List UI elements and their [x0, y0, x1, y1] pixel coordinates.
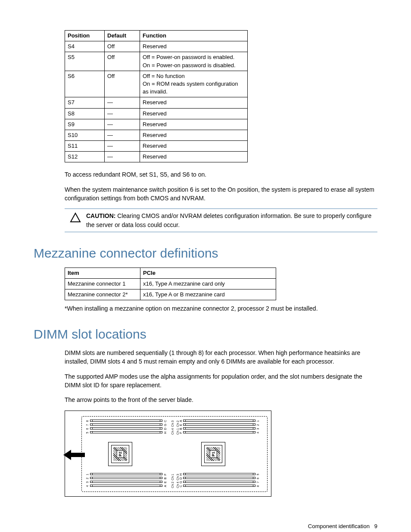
- cell-function: Off = Power-on password is enabled. On =…: [140, 52, 248, 71]
- dimm-slot: [90, 481, 162, 483]
- dimm-slot: [183, 423, 255, 426]
- cell-position: S12: [65, 152, 105, 162]
- caution-body: Clearing CMOS and/or NVRAM deletes confi…: [86, 212, 371, 228]
- dimm-slot: [183, 477, 255, 479]
- cell-default: —: [105, 152, 140, 162]
- th-pcie: PCIe: [140, 268, 276, 278]
- dimm-label: D: [179, 477, 182, 479]
- table-row: S8—Reserved: [65, 108, 248, 119]
- dimm-slot: [183, 431, 255, 433]
- switch-table: Position Default Function S4OffReservedS…: [65, 30, 248, 162]
- table-row: S11—Reserved: [65, 141, 248, 152]
- dimm-slot: [90, 427, 162, 429]
- mezzanine-table: Item PCIe Mezzanine connector 1x16, Type…: [65, 268, 276, 301]
- dimm-label: 5: [86, 432, 89, 433]
- cell-default: —: [105, 97, 140, 108]
- mezzanine-footnote: *When installing a mezzanine option on m…: [65, 305, 377, 313]
- para-arrow: The arrow points to the front of the ser…: [65, 395, 377, 404]
- dimm-slot: [90, 485, 162, 487]
- dimm-label: G: [164, 423, 167, 426]
- caution-text: CAUTION: Clearing CMOS and/or NVRAM dele…: [86, 212, 377, 229]
- dimm-label: D: [164, 428, 167, 430]
- dimm-slot: [90, 420, 162, 422]
- dimm-slot: [90, 423, 162, 426]
- table-row: S10—Reserved: [65, 130, 248, 140]
- dimm-label: 8: [256, 485, 259, 487]
- dimm-label: 1: [86, 473, 89, 475]
- dimm-label: 2: [86, 477, 89, 479]
- cell-position: S9: [65, 119, 105, 130]
- th-default: Default: [105, 31, 140, 41]
- label-p2: P2: [117, 450, 124, 457]
- socket-p2: P2: [108, 442, 132, 466]
- dimm-label: 4: [86, 485, 89, 487]
- dimm-label: B: [164, 477, 167, 479]
- para-dimm-numbering: DIMM slots are numbered sequentially (1 …: [65, 348, 377, 366]
- dimm-slot: [90, 431, 162, 433]
- dimm-label: 3: [86, 481, 89, 483]
- dimm-slot: [183, 473, 255, 475]
- cell-pcie: x16, Type A or B mezzanine card: [140, 289, 276, 300]
- dimm-label: Ch 4: [171, 428, 174, 435]
- cell-function: Reserved: [140, 130, 248, 140]
- caution-label: CAUTION:: [86, 212, 115, 219]
- dimm-label: Ch 4: [176, 482, 179, 488]
- cell-item: Mezzanine connector 2*: [65, 289, 140, 300]
- cell-default: —: [105, 141, 140, 152]
- cell-function: Reserved: [140, 141, 248, 152]
- label-p1: P1: [210, 450, 217, 457]
- dimm-label: E: [179, 424, 182, 426]
- cell-default: Off: [105, 41, 140, 52]
- footer-section: Component identification: [308, 523, 370, 529]
- para-switch6: When the system maintenance switch posit…: [65, 185, 377, 203]
- dimm-label: 5: [256, 473, 259, 475]
- cell-pcie: x16, Type A mezzanine card only: [140, 279, 276, 289]
- cell-function: Off = No function On = ROM reads system …: [140, 71, 248, 97]
- dimm-label: 1: [256, 420, 259, 422]
- cell-position: S8: [65, 108, 105, 119]
- dimm-label: 3: [256, 428, 259, 429]
- dimm-label: Ch 3: [176, 474, 179, 480]
- cell-function: Reserved: [140, 108, 248, 119]
- dimm-diagram: P2 P1 8C1FA1H57G2BE2D66D3EB3G75H4AF4C8Ch…: [65, 411, 271, 497]
- dimm-label: Ch 3: [171, 420, 174, 427]
- th-item: Item: [65, 268, 140, 278]
- cell-default: Off: [105, 71, 140, 97]
- heading-mezzanine: Mezzanine connector definitions: [34, 244, 377, 262]
- footer-page: 9: [374, 523, 377, 529]
- caution-icon: [65, 212, 86, 223]
- table-row: S12—Reserved: [65, 152, 248, 162]
- cell-function: Reserved: [140, 119, 248, 130]
- dimm-slot: [183, 485, 255, 487]
- dimm-label: B: [179, 428, 182, 430]
- table-row: S7—Reserved: [65, 97, 248, 108]
- dimm-label: H: [164, 432, 167, 434]
- page-footer: Component identification 9: [34, 523, 377, 530]
- cell-item: Mezzanine connector 1: [65, 279, 140, 289]
- cell-default: —: [105, 119, 140, 130]
- cell-default: —: [105, 108, 140, 119]
- dimm-label: G: [179, 481, 182, 483]
- dimm-label: H: [179, 473, 182, 476]
- dimm-label: Ch 2: [176, 420, 179, 427]
- table-row: S5OffOff = Power-on password is enabled.…: [65, 52, 248, 71]
- dimm-label: A: [164, 485, 167, 487]
- para-redundant-rom: To access redundant ROM, set S1, S5, and…: [65, 170, 377, 179]
- heading-dimm: DIMM slot locations: [34, 325, 377, 343]
- table-row: S9—Reserved: [65, 119, 248, 130]
- cell-position: S4: [65, 41, 105, 52]
- cell-function: Reserved: [140, 41, 248, 52]
- table-row: S6OffOff = No function On = ROM reads sy…: [65, 71, 248, 97]
- dimm-label: 6: [86, 428, 89, 429]
- th-position: Position: [65, 31, 105, 41]
- cell-position: S5: [65, 52, 105, 71]
- dimm-slot: [183, 420, 255, 422]
- socket-p1: P1: [201, 442, 225, 466]
- dimm-label: 7: [256, 481, 259, 483]
- cell-position: S10: [65, 130, 105, 140]
- dimm-label: F: [179, 432, 182, 433]
- dimm-label: C: [179, 485, 182, 487]
- dimm-label: 6: [256, 477, 259, 479]
- cell-function: Reserved: [140, 152, 248, 162]
- cell-default: —: [105, 130, 140, 140]
